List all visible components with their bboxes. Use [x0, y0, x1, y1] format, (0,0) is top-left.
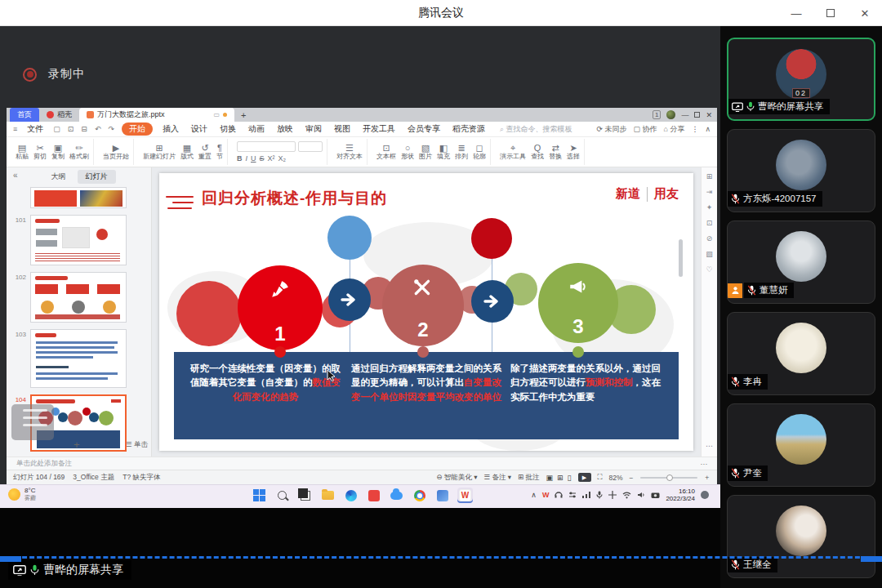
zoom-in-button[interactable]: ＋: [704, 473, 711, 483]
tray-signal-icon[interactable]: [582, 491, 590, 499]
close-button[interactable]: ✕: [848, 0, 882, 26]
slide-thumbnail[interactable]: [30, 272, 127, 323]
tray-mixer-icon[interactable]: [568, 491, 577, 499]
italic-button[interactable]: I: [246, 154, 248, 163]
replace-button[interactable]: ⇄替换: [549, 144, 562, 160]
strip-more-icon[interactable]: ⋯: [706, 442, 713, 450]
participant-tile[interactable]: 02 曹晔的屏幕共享: [727, 38, 875, 121]
menu-member[interactable]: 会员专享: [405, 122, 443, 136]
section-button[interactable]: ¶节: [216, 144, 223, 160]
wps-minimize-button[interactable]: —: [681, 111, 688, 119]
file-explorer-button[interactable]: [320, 488, 336, 503]
collapse-ribbon-icon[interactable]: ∧: [705, 125, 710, 133]
shapes-button[interactable]: ○形状: [401, 144, 414, 160]
tab-home[interactable]: 首页: [10, 108, 39, 122]
underline-button[interactable]: U: [251, 154, 256, 163]
font-name-select[interactable]: [237, 141, 296, 152]
new-tab-button[interactable]: +: [234, 108, 252, 122]
tray-pen-icon[interactable]: [608, 491, 617, 499]
copy-button[interactable]: ▣复制: [51, 144, 65, 160]
editor-scrollbar[interactable]: [679, 239, 683, 277]
layout-pane-icon[interactable]: ⊡: [706, 219, 713, 227]
cut-button[interactable]: ✂剪切: [33, 144, 47, 160]
tray-headset-icon[interactable]: [555, 491, 563, 499]
tray-volume-icon[interactable]: [637, 491, 645, 499]
notes-bar[interactable]: 单击此处添加备注 ⋯: [7, 457, 717, 470]
taskbar-search-button[interactable]: [274, 488, 290, 503]
slideshow-play-button[interactable]: ▶: [578, 473, 591, 482]
superscript-button[interactable]: X²: [268, 154, 275, 163]
more-icon[interactable]: ⋮: [691, 125, 698, 133]
slide-thumbnail[interactable]: [30, 215, 127, 265]
new-slide-button[interactable]: ⊞新建幻灯片: [143, 144, 176, 160]
menu-design[interactable]: 设计: [189, 122, 210, 136]
menu-file[interactable]: 文件: [24, 122, 46, 136]
participant-tile[interactable]: 李冉: [727, 312, 875, 395]
sorter-view-icon[interactable]: ⊞: [557, 474, 564, 482]
command-search[interactable]: ⌕ 查找命令、搜索模板: [500, 124, 572, 135]
save-icon[interactable]: ▢: [53, 125, 60, 133]
zoom-level[interactable]: 82%: [609, 474, 623, 482]
maximize-button[interactable]: [813, 0, 848, 26]
photos-app-button[interactable]: [434, 488, 450, 503]
present-tools-button[interactable]: ⌖演示工具: [500, 144, 526, 160]
notes-button[interactable]: ☰ 备注 ▾: [483, 473, 511, 483]
start-button[interactable]: [252, 488, 267, 503]
find-button[interactable]: Q查找: [531, 144, 544, 160]
menu-docer-res[interactable]: 稻壳资源: [450, 122, 488, 136]
share-button[interactable]: ⌂ 分享: [663, 124, 684, 135]
beautify-button[interactable]: ⊖ 智能美化 ▾: [436, 473, 477, 483]
participant-tile[interactable]: 方东烁-42007157: [727, 129, 875, 212]
paste-button[interactable]: ▤粘贴: [16, 144, 29, 160]
menu-view[interactable]: 视图: [332, 122, 353, 136]
account-avatar[interactable]: [666, 110, 675, 119]
collab-button[interactable]: ▢ 协作: [633, 124, 657, 135]
props-icon[interactable]: ⊞: [706, 172, 713, 180]
export-icon[interactable]: ⊡: [68, 125, 74, 133]
participant-tile[interactable]: 董慧妍: [727, 220, 875, 304]
menu-review[interactable]: 审阅: [303, 122, 324, 136]
font-size-select[interactable]: [298, 141, 323, 152]
menu-transition[interactable]: 切换: [217, 122, 238, 136]
slide-thumbnail[interactable]: [30, 187, 127, 208]
edge-button[interactable]: [343, 488, 359, 503]
task-view-button[interactable]: [297, 488, 313, 503]
zoom-slider[interactable]: [640, 477, 697, 479]
comment-button[interactable]: ⊞ 批注: [518, 473, 539, 483]
outline-button[interactable]: ◻轮廓: [473, 144, 486, 160]
tray-expand-icon[interactable]: ∧: [531, 491, 537, 499]
menu-start[interactable]: 开始: [122, 122, 153, 136]
sync-status[interactable]: ⟳ 未同步: [596, 124, 626, 135]
red-app-button[interactable]: [366, 488, 381, 503]
tray-notification-icon[interactable]: [701, 491, 709, 499]
slide-thumbnail[interactable]: [30, 329, 127, 388]
tab-slides[interactable]: 幻灯片: [78, 170, 116, 184]
format-painter-button[interactable]: ✏格式刷: [69, 144, 89, 160]
redo-icon[interactable]: ↷: [108, 125, 114, 133]
text-box-button[interactable]: ⊡文本框: [376, 144, 396, 160]
tray-wps-icon[interactable]: W: [542, 491, 550, 499]
menu-devtools[interactable]: 开发工具: [360, 122, 398, 136]
notes-more-icon[interactable]: ⋯: [701, 460, 708, 468]
tray-camera-icon[interactable]: [651, 492, 660, 499]
hamburger-icon[interactable]: ≡: [13, 125, 17, 133]
missing-font-warning[interactable]: T? 缺失字体: [122, 473, 160, 483]
media-icon[interactable]: ▧: [706, 250, 713, 258]
tray-wifi-icon[interactable]: [622, 492, 631, 499]
beautify-icon[interactable]: ✦: [706, 203, 713, 212]
participant-tile[interactable]: 尹奎: [727, 403, 875, 487]
menu-insert[interactable]: 插入: [160, 122, 181, 136]
wps-restore-button[interactable]: [694, 112, 700, 118]
arrange-button[interactable]: ≣排列: [455, 144, 468, 160]
layout-button[interactable]: ▦版式: [180, 144, 194, 160]
print-icon[interactable]: ⊟: [81, 125, 87, 133]
menu-animation[interactable]: 动画: [246, 122, 267, 136]
weather-widget[interactable]: 8°C 雾霾: [8, 488, 36, 501]
tab-document[interactable]: 万门大数据之旅.pptx ▭: [79, 108, 234, 122]
normal-view-icon[interactable]: ▣: [546, 474, 554, 482]
read-view-icon[interactable]: ▯: [568, 474, 572, 482]
minimize-button[interactable]: —: [779, 0, 813, 26]
cloud-app-button[interactable]: [389, 488, 404, 503]
tray-mic-icon[interactable]: [596, 491, 603, 499]
animation-pane-icon[interactable]: ⇥: [706, 188, 713, 196]
